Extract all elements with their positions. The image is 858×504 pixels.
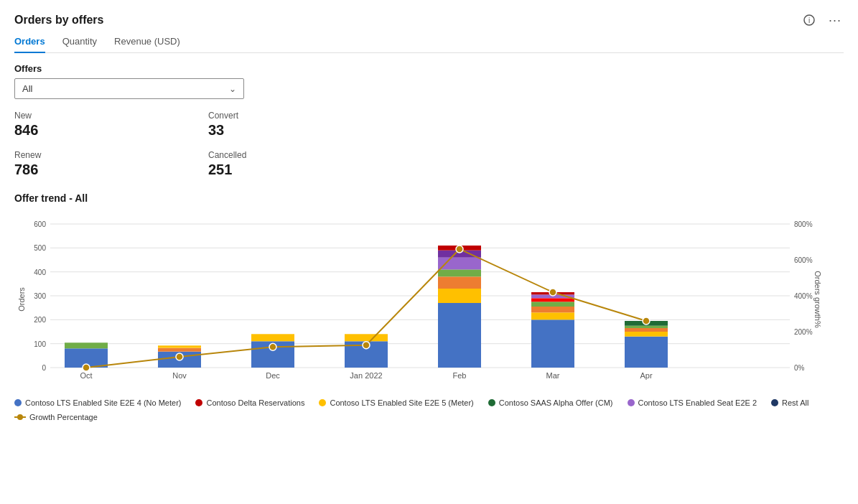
svg-text:0%: 0%: [794, 364, 805, 372]
svg-text:i: i: [808, 17, 810, 24]
legend-item-3: Contoso SAAS Alpha Offer (CM): [488, 398, 613, 407]
more-icon: ···: [829, 13, 841, 28]
metric-renew-label: Renew: [14, 150, 179, 160]
legend-label-6: Growth Percentage: [29, 413, 98, 421]
svg-text:0: 0: [42, 364, 46, 372]
legend-label-4: Contoso LTS Enabled Seat E2E 2: [638, 398, 757, 407]
svg-text:Dec: Dec: [266, 371, 280, 380]
svg-text:Orders: Orders: [17, 287, 26, 312]
legend-item-0: Contoso LTS Enabled Site E2E 4 (No Meter…: [14, 398, 181, 407]
svg-text:Jan 2022: Jan 2022: [350, 371, 382, 380]
legend-item-4: Contoso LTS Enabled Seat E2E 2: [628, 398, 757, 407]
svg-text:100: 100: [34, 340, 46, 348]
metric-cancelled-value: 251: [208, 162, 373, 178]
bar-nov-orange: [158, 348, 201, 352]
legend-label-3: Contoso SAAS Alpha Offer (CM): [499, 398, 613, 407]
svg-text:400%: 400%: [794, 292, 813, 300]
legend-label-1: Contoso Delta Reservations: [206, 398, 304, 407]
bar-dec-yellow: [251, 334, 294, 341]
bar-feb-yellow: [438, 289, 481, 303]
svg-text:600: 600: [34, 220, 46, 228]
more-options-button[interactable]: ···: [826, 11, 844, 29]
svg-text:200: 200: [34, 316, 46, 324]
growth-dot-oct: [83, 364, 90, 371]
growth-dot-jan: [363, 342, 370, 349]
chart-legend: Contoso LTS Enabled Site E2E 4 (No Meter…: [14, 398, 844, 421]
svg-text:200%: 200%: [794, 328, 813, 336]
legend-line-6: [14, 416, 26, 418]
metric-renew: Renew 786: [14, 150, 179, 178]
growth-dot-nov: [176, 353, 183, 360]
bar-mar-green: [531, 302, 574, 307]
offers-dropdown[interactable]: All ⌄: [14, 78, 244, 99]
bar-apr-lightgreen: [625, 326, 668, 328]
bar-apr-yellow: [625, 332, 668, 337]
bar-jan-yellow: [345, 334, 388, 341]
bar-oct-green: [65, 342, 108, 348]
bar-apr-blue: [625, 337, 668, 368]
bar-feb-blue: [438, 303, 481, 368]
metric-renew-value: 786: [14, 162, 179, 178]
legend-item-5: Rest All: [771, 398, 808, 407]
legend-dot-4: [628, 399, 635, 406]
svg-text:Apr: Apr: [640, 371, 652, 380]
bar-feb-purple: [438, 258, 481, 270]
tab-revenue[interactable]: Revenue (USD): [114, 36, 180, 52]
growth-dot-apr: [643, 317, 650, 325]
legend-label-0: Contoso LTS Enabled Site E2E 4 (No Meter…: [25, 398, 181, 407]
legend-item-2: Contoso LTS Enabled Site E2E 5 (Meter): [319, 398, 473, 407]
legend-item-6: Growth Percentage: [14, 413, 98, 421]
metric-new-label: New: [14, 111, 179, 121]
dropdown-value: All: [22, 83, 32, 94]
header-row: Orders by offers i ···: [14, 11, 844, 29]
info-button[interactable]: i: [801, 11, 818, 29]
tab-orders[interactable]: Orders: [14, 36, 45, 52]
svg-text:300: 300: [34, 292, 46, 300]
legend-dot-5: [771, 399, 778, 406]
bar-mar-yellow: [531, 312, 574, 319]
bar-mar-orange: [531, 307, 574, 312]
header-icons: i ···: [801, 11, 844, 29]
metric-new-value: 846: [14, 122, 179, 139]
legend-dot-2: [319, 399, 326, 406]
svg-text:400: 400: [34, 269, 46, 276]
bar-nov-yellow: [158, 345, 201, 347]
growth-dot-feb: [456, 246, 463, 253]
offers-label: Offers: [14, 63, 844, 74]
growth-dot-mar: [549, 289, 556, 296]
legend-label-5: Rest All: [782, 398, 808, 407]
legend-dot-3: [488, 399, 495, 406]
legend-dot-1: [195, 399, 202, 406]
metric-new: New 846: [14, 111, 179, 139]
metric-convert-value: 33: [208, 122, 373, 139]
svg-text:Orders growth%: Orders growth%: [813, 271, 822, 328]
metric-convert-label: Convert: [208, 111, 373, 121]
svg-text:Mar: Mar: [546, 371, 560, 380]
bar-mar-blue: [531, 319, 574, 368]
legend-item-1: Contoso Delta Reservations: [195, 398, 304, 407]
chart-svg: 0 100 200 300 400 500 600 0% 200% 400% 6…: [14, 210, 826, 389]
svg-text:500: 500: [34, 244, 46, 252]
tab-quantity[interactable]: Quantity: [62, 36, 97, 52]
bar-apr-orange: [625, 328, 668, 332]
bar-feb-green: [438, 269, 481, 276]
svg-text:Feb: Feb: [453, 371, 467, 380]
metric-convert: Convert 33: [208, 111, 373, 139]
chart-title: Offer trend - All: [14, 192, 844, 204]
tabs-container: Orders Quantity Revenue (USD): [14, 36, 844, 53]
svg-text:800%: 800%: [794, 220, 813, 228]
metrics-grid: New 846 Convert 33 Renew 786 Cancelled 2…: [14, 111, 373, 178]
bar-mar-red: [531, 298, 574, 302]
bar-feb-orange: [438, 276, 481, 289]
metric-cancelled: Cancelled 251: [208, 150, 373, 178]
growth-dot-dec: [269, 343, 276, 350]
svg-text:Oct: Oct: [80, 371, 92, 380]
chevron-down-icon: ⌄: [229, 84, 236, 94]
legend-dot-0: [14, 399, 22, 406]
legend-label-2: Contoso LTS Enabled Site E2E 5 (Meter): [330, 398, 473, 407]
chart-section: Offer trend - All 0 100 200 300 400 500 …: [14, 192, 844, 421]
svg-text:Nov: Nov: [172, 371, 187, 380]
svg-text:600%: 600%: [794, 256, 813, 264]
metric-cancelled-label: Cancelled: [208, 150, 373, 160]
page-title: Orders by offers: [14, 14, 103, 27]
